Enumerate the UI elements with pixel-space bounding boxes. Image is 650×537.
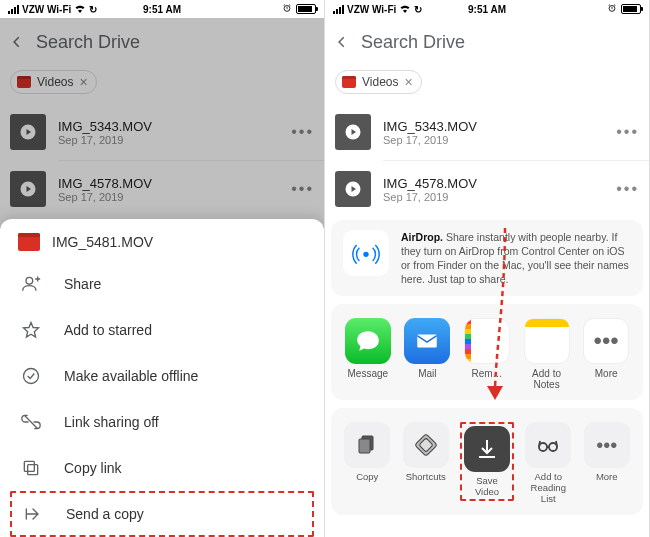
back-icon[interactable] [335, 29, 349, 55]
glasses-icon [525, 422, 571, 468]
refresh-icon: ↻ [414, 4, 422, 15]
file-date: Sep 17, 2019 [58, 134, 279, 146]
refresh-icon: ↻ [89, 4, 97, 15]
file-date: Sep 17, 2019 [383, 191, 604, 203]
file-row[interactable]: IMG_4578.MOV Sep 17, 2019 ••• [0, 161, 324, 217]
more-icon[interactable]: ••• [616, 180, 639, 198]
search-placeholder: Search Drive [36, 32, 140, 53]
share-app-notes[interactable]: Add to Notes [522, 318, 572, 390]
action-reading-list[interactable]: Add to Reading List [524, 422, 573, 505]
link-sharing-label: Link sharing off [64, 414, 159, 430]
offline-icon [20, 366, 42, 386]
battery-icon [621, 4, 641, 14]
carrier-label: VZW Wi-Fi [347, 4, 396, 15]
svg-rect-5 [28, 465, 38, 475]
copy-link-label: Copy link [64, 460, 122, 476]
link-sharing-item[interactable]: Link sharing off [0, 399, 324, 445]
close-icon[interactable]: × [404, 74, 412, 90]
file-row[interactable]: IMG_5343.MOV Sep 17, 2019 ••• [0, 104, 324, 160]
file-action-sheet: IMG_5481.MOV Share Add to starred Make a… [0, 219, 324, 537]
person-add-icon [20, 274, 42, 294]
notes-icon [524, 318, 570, 364]
more-icon[interactable]: ••• [291, 123, 314, 141]
airdrop-card[interactable]: AirDrop. Share instantly with people nea… [331, 220, 643, 297]
link-off-icon [20, 412, 42, 432]
share-actions-row: Copy Shortcuts Save Video Add [331, 408, 643, 515]
chip-label: Videos [362, 75, 398, 89]
video-thumb-icon [10, 171, 46, 207]
filter-chip-videos[interactable]: Videos × [335, 70, 422, 94]
alarm-icon [282, 3, 292, 15]
starred-label: Add to starred [64, 322, 152, 338]
more-icon[interactable]: ••• [616, 123, 639, 141]
signal-icon [333, 5, 344, 14]
airdrop-icon [343, 230, 389, 276]
action-shortcuts[interactable]: Shortcuts [402, 422, 451, 505]
offline-label: Make available offline [64, 368, 198, 384]
shortcuts-icon [403, 422, 449, 468]
search-bar[interactable]: Search Drive [0, 18, 324, 66]
more-icon[interactable]: ••• [291, 180, 314, 198]
file-row[interactable]: IMG_5343.MOV Sep 17, 2019 ••• [325, 104, 649, 160]
file-date: Sep 17, 2019 [383, 134, 604, 146]
more-icon: ••• [583, 318, 629, 364]
wifi-icon [399, 3, 411, 15]
share-label: Share [64, 276, 101, 292]
copy-link-item[interactable]: Copy link [0, 445, 324, 491]
add-to-starred-item[interactable]: Add to starred [0, 307, 324, 353]
reading-list-label: Add to Reading List [524, 472, 573, 505]
phone-left: VZW Wi-Fi ↻ 9:51 AM Search Drive [0, 0, 325, 537]
alarm-icon [607, 3, 617, 15]
back-icon[interactable] [10, 29, 24, 55]
video-thumb-icon [335, 171, 371, 207]
share-item[interactable]: Share [0, 261, 324, 307]
cancel-card-peek[interactable] [331, 523, 643, 531]
file-name: IMG_5343.MOV [383, 119, 604, 134]
video-thumb-icon [10, 114, 46, 150]
file-name: IMG_4578.MOV [383, 176, 604, 191]
more-icon: ••• [584, 422, 630, 468]
svg-rect-6 [24, 461, 34, 471]
video-thumb-icon [335, 114, 371, 150]
video-icon [342, 76, 356, 88]
svg-point-10 [363, 251, 368, 256]
copy-icon [344, 422, 390, 468]
carrier-label: VZW Wi-Fi [22, 4, 71, 15]
sheet-file-title: IMG_5481.MOV [52, 234, 153, 250]
svg-point-4 [24, 369, 39, 384]
share-app-more[interactable]: ••• More [581, 318, 631, 390]
send-icon [22, 504, 44, 524]
share-app-mail[interactable]: Mail [403, 318, 453, 390]
airdrop-text: AirDrop. Share instantly with people nea… [401, 230, 631, 287]
search-bar[interactable]: Search Drive [325, 18, 649, 66]
wifi-icon [74, 3, 86, 15]
battery-icon [296, 4, 316, 14]
star-icon [20, 320, 42, 340]
search-placeholder: Search Drive [361, 32, 465, 53]
clock-label: 9:51 AM [143, 4, 181, 15]
make-available-offline-item[interactable]: Make available offline [0, 353, 324, 399]
send-a-copy-item[interactable]: Send a copy [10, 491, 314, 537]
close-icon[interactable]: × [79, 74, 87, 90]
status-bar: VZW Wi-Fi ↻ 9:51 AM [0, 0, 324, 18]
svg-rect-11 [418, 335, 438, 348]
action-save-video[interactable]: Save Video [460, 422, 514, 505]
svg-rect-13 [359, 439, 370, 453]
action-more[interactable]: ••• More [583, 422, 632, 505]
clock-label: 9:51 AM [468, 4, 506, 15]
share-app-message[interactable]: Message [343, 318, 393, 390]
phone-right: VZW Wi-Fi ↻ 9:51 AM Search Drive [325, 0, 650, 537]
copy-icon [20, 458, 42, 478]
share-apps-row: Message Mail Rem… Add to Notes [331, 304, 643, 400]
message-icon [345, 318, 391, 364]
video-icon [18, 233, 40, 251]
video-icon [17, 76, 31, 88]
filter-chip-videos[interactable]: Videos × [10, 70, 97, 94]
file-date: Sep 17, 2019 [58, 191, 279, 203]
mail-icon [404, 318, 450, 364]
action-copy[interactable]: Copy [343, 422, 392, 505]
file-name: IMG_4578.MOV [58, 176, 279, 191]
ios-share-sheet: AirDrop. Share instantly with people nea… [325, 220, 649, 537]
share-app-reminders[interactable]: Rem… [462, 318, 512, 390]
file-row[interactable]: IMG_4578.MOV Sep 17, 2019 ••• [325, 161, 649, 217]
